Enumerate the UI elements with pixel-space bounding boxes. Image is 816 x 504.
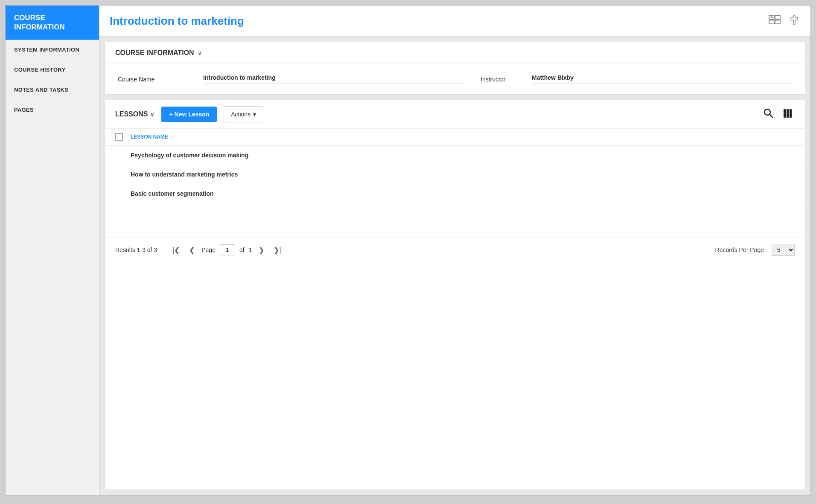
course-info-title: COURSE INFORMATION bbox=[115, 49, 194, 57]
lesson-name-column-header[interactable]: LESSON NAME ↓ bbox=[131, 134, 173, 140]
first-page-button[interactable]: |❮ bbox=[170, 244, 182, 256]
svg-rect-1 bbox=[775, 15, 780, 19]
lessons-label: LESSONS bbox=[115, 110, 148, 118]
column-layout-icon[interactable] bbox=[782, 107, 795, 122]
course-info-body: Course Name Introduction to marketing In… bbox=[105, 64, 805, 94]
select-all-checkbox[interactable] bbox=[115, 133, 123, 141]
sidebar: COURSE INFORMATION SYSTEM INFORMATION CO… bbox=[6, 6, 99, 495]
records-per-page-label: Records Per Page bbox=[715, 246, 764, 253]
table-row[interactable]: How to understand marketing metrics bbox=[105, 165, 805, 184]
lesson-name-label: LESSON NAME bbox=[131, 134, 168, 140]
lesson-name-3: Basic customer segmenation bbox=[131, 190, 214, 197]
actions-label: Actions bbox=[231, 111, 251, 118]
results-count: Results 1-3 of 3 bbox=[115, 246, 157, 253]
pin-icon[interactable] bbox=[788, 12, 800, 29]
course-info-card: COURSE INFORMATION ∨ Course Name Introdu… bbox=[105, 42, 805, 95]
lessons-toolbar: LESSONS ∨ + New Lesson Actions ▾ bbox=[105, 100, 805, 129]
instructor-label: Instructor bbox=[481, 76, 532, 83]
main-content: Introduction to marketing bbox=[99, 6, 810, 495]
sidebar-item-course-information[interactable]: COURSE INFORMATION bbox=[6, 6, 99, 40]
page-title: Introduction to marketing bbox=[110, 14, 244, 28]
lessons-chevron[interactable]: ∨ bbox=[150, 111, 154, 118]
course-info-header: COURSE INFORMATION ∨ bbox=[105, 42, 805, 64]
svg-rect-10 bbox=[790, 109, 792, 118]
lessons-card: LESSONS ∨ + New Lesson Actions ▾ bbox=[105, 100, 805, 490]
sidebar-item-course-history[interactable]: COURSE HISTORY bbox=[6, 60, 99, 80]
table-row[interactable]: Basic customer segmenation bbox=[105, 184, 805, 203]
next-page-button[interactable]: ❯ bbox=[256, 244, 267, 256]
sidebar-item-notes-and-tasks[interactable]: NOTES AND TASKS bbox=[6, 80, 99, 100]
page-input[interactable] bbox=[220, 244, 235, 255]
new-lesson-button[interactable]: + New Lesson bbox=[161, 107, 217, 122]
table-header: LESSON NAME ↓ bbox=[105, 129, 805, 146]
pagination-bar: Results 1-3 of 3 |❮ ❮ Page of 1 ❯ ❯| Rec… bbox=[105, 238, 805, 262]
search-icon[interactable] bbox=[761, 106, 775, 122]
instructor-value: Matthew Bixby bbox=[532, 74, 792, 84]
sidebar-item-system-information[interactable]: SYSTEM INFORMATION bbox=[6, 40, 99, 60]
course-info-chevron[interactable]: ∨ bbox=[198, 49, 202, 56]
actions-button[interactable]: Actions ▾ bbox=[224, 106, 263, 122]
header-bar: Introduction to marketing bbox=[99, 6, 810, 37]
page-label: Page bbox=[201, 246, 216, 253]
svg-rect-3 bbox=[775, 20, 780, 24]
svg-rect-9 bbox=[787, 109, 789, 118]
course-name-label: Course Name bbox=[118, 76, 203, 83]
table-row[interactable]: Psychology of customer decision making bbox=[105, 146, 805, 165]
of-label: of bbox=[239, 246, 245, 253]
header-icons bbox=[767, 12, 800, 29]
course-info-row: Course Name Introduction to marketing In… bbox=[118, 74, 792, 84]
records-per-page-select[interactable]: 5 10 25 50 bbox=[772, 244, 795, 256]
prev-page-button[interactable]: ❮ bbox=[187, 244, 197, 256]
card-view-icon[interactable] bbox=[767, 13, 782, 29]
svg-rect-8 bbox=[784, 109, 786, 118]
lesson-name-1: Psychology of customer decision making bbox=[131, 152, 248, 159]
lessons-title: LESSONS ∨ bbox=[115, 110, 154, 118]
svg-rect-2 bbox=[769, 20, 774, 24]
select-all-col bbox=[115, 133, 131, 141]
total-pages: 1 bbox=[249, 246, 252, 253]
course-name-value: Introduction to marketing bbox=[203, 74, 463, 84]
table-empty-space bbox=[105, 203, 805, 238]
sidebar-item-pages[interactable]: PAGES bbox=[6, 100, 99, 120]
svg-line-7 bbox=[770, 115, 773, 118]
actions-chevron-icon: ▾ bbox=[253, 111, 256, 118]
last-page-button[interactable]: ❯| bbox=[271, 244, 283, 256]
sort-arrow-icon: ↓ bbox=[170, 134, 173, 140]
lesson-name-2: How to understand marketing metrics bbox=[131, 171, 238, 178]
